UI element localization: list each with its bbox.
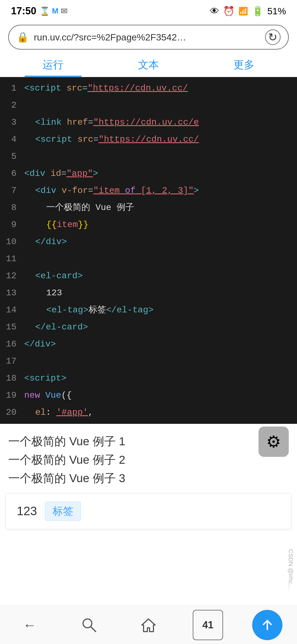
line-number: 17 bbox=[0, 354, 22, 369]
reload-button[interactable]: ↻ bbox=[265, 29, 280, 45]
code-line: 6<div id="app"> bbox=[0, 165, 297, 182]
battery-icon: 🔋 bbox=[252, 6, 263, 17]
search-icon bbox=[81, 617, 97, 633]
code-line: 15</el-card> bbox=[0, 319, 297, 336]
url-display: run.uv.cc/?src=%2Fpage%2F3542… bbox=[34, 32, 260, 43]
svg-line-1 bbox=[91, 627, 96, 632]
upload-button[interactable] bbox=[252, 610, 282, 640]
line-content: </div> bbox=[22, 337, 297, 352]
line-number: 5 bbox=[0, 149, 22, 164]
code-line: 2 bbox=[0, 97, 297, 114]
svg-marker-2 bbox=[142, 619, 155, 632]
code-line: 3<link href="https://cdn.uv.cc/e bbox=[0, 114, 297, 131]
line-content: <script src="https://cdn.uv.cc/ bbox=[22, 132, 297, 147]
code-editor: 1<script src="https://cdn.uv.cc/23<link … bbox=[0, 77, 297, 424]
line-content: <div id="app"> bbox=[22, 166, 297, 181]
line-number: 1 bbox=[0, 81, 22, 96]
code-line: 1<script src="https://cdn.uv.cc/ bbox=[0, 80, 297, 97]
tab-run[interactable]: 运行 bbox=[6, 52, 101, 77]
line-content: <script> bbox=[22, 371, 297, 386]
code-line: 8一个极简的 Vue 例子 bbox=[0, 199, 297, 216]
line-content: new Vue({ bbox=[22, 388, 297, 403]
status-icons: ⌛ M ✉ bbox=[40, 6, 67, 16]
status-time: 17:50 ⌛ M ✉ bbox=[11, 5, 67, 17]
code-line: 16</div> bbox=[0, 336, 297, 353]
line-number: 15 bbox=[0, 320, 22, 335]
line-number: 12 bbox=[0, 269, 22, 283]
code-line: 20el: '#app', bbox=[0, 404, 297, 421]
back-icon: ← bbox=[23, 617, 37, 633]
line-number: 4 bbox=[0, 132, 22, 147]
code-line: 10</div> bbox=[0, 233, 297, 250]
code-line: 19new Vue({ bbox=[0, 387, 297, 404]
preview-area: 一个极简的 Vue 例子 1 一个极简的 Vue 例子 2 一个极简的 Vue … bbox=[0, 424, 297, 490]
tabs-count-label: 41 bbox=[202, 619, 213, 631]
code-line: 7<div v-for="item of [1, 2, 3]"> bbox=[0, 182, 297, 199]
line-number: 8 bbox=[0, 200, 22, 215]
address-bar[interactable]: 🔒 run.uv.cc/?src=%2Fpage%2F3542… ↻ bbox=[8, 25, 289, 50]
card-number: 123 bbox=[17, 504, 37, 518]
code-line: 5 bbox=[0, 148, 297, 165]
code-line: 11 bbox=[0, 250, 297, 268]
line-content: </div> bbox=[22, 234, 297, 249]
line-number: 2 bbox=[0, 98, 22, 113]
tab-more[interactable]: 更多 bbox=[196, 52, 292, 77]
line-number: 19 bbox=[0, 388, 22, 403]
line-content: el: '#app', bbox=[22, 405, 297, 420]
upload-icon bbox=[260, 617, 275, 633]
settings-float-button[interactable]: ⚙ bbox=[258, 427, 289, 457]
line-content: <el-card> bbox=[22, 269, 297, 283]
code-line: 14<el-tag>标签</el-tag> bbox=[0, 302, 297, 319]
line-number: 6 bbox=[0, 166, 22, 181]
line-content: <script src="https://cdn.uv.cc/ bbox=[22, 81, 297, 96]
line-content: 一个极简的 Vue 例子 bbox=[22, 200, 297, 215]
line-number: 18 bbox=[0, 371, 22, 386]
line-content: <el-tag>标签</el-tag> bbox=[22, 303, 297, 318]
browser-tabs: 运行 文本 更多 bbox=[0, 52, 297, 77]
line-number: 7 bbox=[0, 183, 22, 198]
code-line: 4<script src="https://cdn.uv.cc/ bbox=[0, 131, 297, 148]
eye-icon: 👁 bbox=[210, 6, 219, 17]
line-content: <link href="https://cdn.uv.cc/e bbox=[22, 115, 297, 130]
bottom-nav: ← 41 bbox=[0, 605, 297, 644]
battery-percent: 51% bbox=[267, 6, 286, 17]
preview-line-2: 一个极简的 Vue 例子 2 bbox=[8, 451, 289, 469]
line-number: 20 bbox=[0, 405, 22, 420]
code-line: 12<el-card> bbox=[0, 268, 297, 285]
code-line: 18<script> bbox=[0, 370, 297, 387]
home-icon bbox=[141, 617, 156, 633]
lock-icon: 🔒 bbox=[16, 31, 29, 43]
line-number: 13 bbox=[0, 286, 22, 301]
watermark: CSDN @irhc... bbox=[287, 549, 294, 589]
code-line: 9{{item}} bbox=[0, 216, 297, 233]
line-number: 14 bbox=[0, 303, 22, 318]
preview-line-3: 一个极简的 Vue 例子 3 bbox=[8, 469, 289, 487]
status-right: 👁 ⏰ 📶 🔋 51% bbox=[210, 6, 286, 17]
tab-text[interactable]: 文本 bbox=[101, 52, 196, 77]
line-number: 16 bbox=[0, 337, 22, 352]
el-card: 123 标签 bbox=[6, 493, 292, 529]
preview-wrapper: 一个极简的 Vue 例子 1 一个极简的 Vue 例子 2 一个极简的 Vue … bbox=[0, 424, 297, 529]
tabs-count-button[interactable]: 41 bbox=[193, 610, 223, 640]
line-content: {{item}} bbox=[22, 217, 297, 232]
search-button[interactable] bbox=[74, 610, 104, 640]
code-line: 17 bbox=[0, 353, 297, 370]
preview-line-1: 一个极简的 Vue 例子 1 bbox=[8, 432, 289, 451]
line-number: 3 bbox=[0, 115, 22, 130]
line-number: 10 bbox=[0, 234, 22, 249]
signal-icon: 📶 bbox=[238, 7, 248, 16]
home-button[interactable] bbox=[133, 610, 164, 640]
line-content: 123 bbox=[22, 286, 297, 301]
line-content: </el-card> bbox=[22, 320, 297, 335]
card-tag: 标签 bbox=[45, 502, 81, 521]
line-content: <div v-for="item of [1, 2, 3]"> bbox=[22, 183, 297, 198]
line-number: 9 bbox=[0, 217, 22, 232]
back-button[interactable]: ← bbox=[15, 610, 45, 640]
time-display: 17:50 bbox=[11, 5, 36, 17]
code-line: 13123 bbox=[0, 285, 297, 302]
alarm-icon: ⏰ bbox=[223, 6, 235, 17]
status-bar: 17:50 ⌛ M ✉ 👁 ⏰ 📶 🔋 51% bbox=[0, 0, 297, 22]
line-number: 11 bbox=[0, 252, 22, 266]
